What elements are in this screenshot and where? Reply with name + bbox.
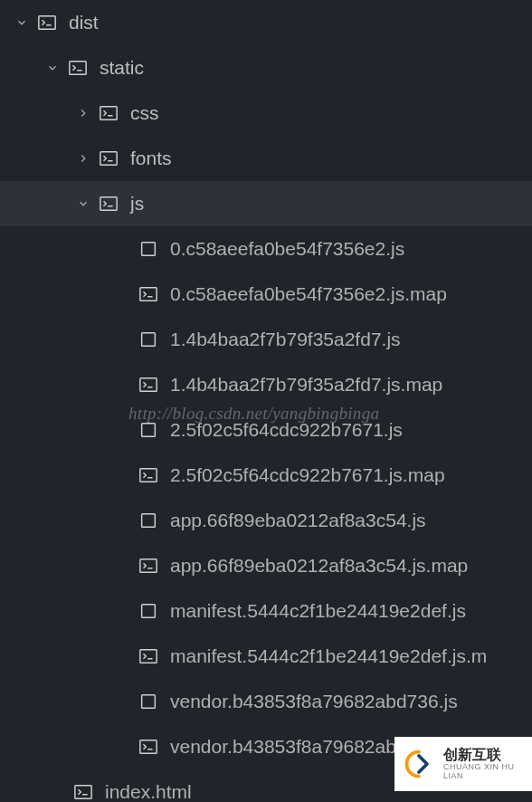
tree-label: js (130, 193, 144, 215)
svg-rect-23 (140, 650, 157, 664)
tree-label: 1.4b4baa2f7b79f35a2fd7.js (170, 329, 401, 350)
tree-label: vendor.b43853f8a79682abd736.js (170, 691, 458, 712)
terminal-icon (96, 100, 121, 126)
tree-folder-css[interactable]: css (0, 91, 532, 136)
tree-file[interactable]: 1.4b4baa2f7b79f35a2fd7.js (0, 317, 532, 362)
svg-rect-10 (142, 243, 156, 256)
terminal-icon (71, 779, 96, 802)
tree-file[interactable]: manifest.5444c2f1be24419e2def.js.m (0, 634, 532, 679)
file-outline-icon (136, 508, 161, 533)
terminal-icon (96, 191, 121, 216)
svg-rect-26 (140, 740, 157, 754)
tree-label: 0.c58aeefa0be54f7356e2.js.map (170, 283, 447, 305)
tree-file[interactable]: vendor.b43853f8a79682abd736.js (0, 679, 532, 724)
file-outline-icon (136, 689, 161, 714)
tree-label: manifest.5444c2f1be24419e2def.js.m (170, 645, 487, 667)
terminal-icon (136, 644, 161, 669)
terminal-icon (96, 146, 121, 171)
svg-rect-8 (100, 197, 117, 211)
svg-rect-20 (140, 559, 157, 573)
svg-rect-4 (100, 107, 117, 120)
tree-label: static (100, 57, 144, 79)
svg-rect-11 (140, 288, 157, 301)
terminal-icon (34, 10, 60, 35)
chevron-down-icon (71, 197, 96, 210)
terminal-icon (136, 463, 161, 488)
file-outline-icon (136, 327, 161, 352)
file-outline-icon (136, 598, 161, 624)
terminal-icon (65, 55, 90, 81)
svg-rect-19 (142, 514, 156, 528)
chevron-right-icon (71, 107, 96, 119)
svg-rect-25 (142, 695, 156, 709)
tree-file[interactable]: 2.5f02c5f64cdc922b7671.js.map (0, 453, 532, 498)
file-outline-icon (136, 236, 161, 262)
tree-file[interactable]: app.66f89eba0212af8a3c54.js.map (0, 543, 532, 588)
tree-label: dist (69, 12, 99, 33)
tree-label: manifest.5444c2f1be24419e2def.js (170, 600, 466, 622)
tree-file[interactable]: 0.c58aeefa0be54f7356e2.js.map (0, 272, 532, 317)
svg-rect-2 (70, 62, 86, 75)
tree-label: 2.5f02c5f64cdc922b7671.js (170, 419, 403, 441)
tree-folder-static[interactable]: static (0, 45, 532, 91)
svg-rect-6 (100, 152, 117, 166)
tree-file[interactable]: manifest.5444c2f1be24419e2def.js (0, 588, 532, 634)
svg-rect-28 (75, 786, 91, 799)
terminal-icon (136, 282, 161, 307)
svg-rect-16 (142, 424, 156, 437)
tree-label: 1.4b4baa2f7b79f35a2fd7.js.map (170, 374, 442, 396)
svg-rect-13 (142, 333, 156, 347)
terminal-icon (136, 372, 161, 397)
svg-rect-14 (140, 378, 157, 392)
svg-rect-17 (140, 469, 157, 482)
tree-label: fonts (130, 148, 172, 169)
tree-file-index[interactable]: index.html (0, 769, 532, 802)
tree-label: app.66f89eba0212af8a3c54.js.map (170, 555, 468, 577)
tree-file[interactable]: app.66f89eba0212af8a3c54.js (0, 498, 532, 543)
terminal-icon (136, 734, 161, 759)
tree-label: vendor.b43853f8a79682abd736.js.ma (170, 736, 489, 758)
tree-file[interactable]: 1.4b4baa2f7b79f35a2fd7.js.map (0, 362, 532, 407)
tree-label: app.66f89eba0212af8a3c54.js (170, 510, 426, 531)
file-outline-icon (136, 417, 161, 443)
tree-label: css (130, 102, 159, 124)
svg-rect-0 (39, 16, 55, 30)
chevron-down-icon (40, 62, 65, 74)
tree-label: 0.c58aeefa0be54f7356e2.js (170, 238, 404, 260)
tree-folder-fonts[interactable]: fonts (0, 136, 532, 181)
tree-label: 2.5f02c5f64cdc922b7671.js.map (170, 464, 445, 486)
chevron-down-icon (9, 16, 34, 29)
terminal-icon (136, 553, 161, 578)
tree-label: index.html (105, 781, 192, 802)
chevron-right-icon (71, 152, 96, 165)
tree-file[interactable]: 0.c58aeefa0be54f7356e2.js (0, 226, 532, 272)
svg-rect-22 (142, 605, 156, 618)
tree-folder-js[interactable]: js (0, 181, 532, 226)
tree-file[interactable]: vendor.b43853f8a79682abd736.js.ma (0, 724, 532, 769)
tree-folder-dist[interactable]: dist (0, 0, 532, 45)
tree-file[interactable]: 2.5f02c5f64cdc922b7671.js (0, 407, 532, 453)
